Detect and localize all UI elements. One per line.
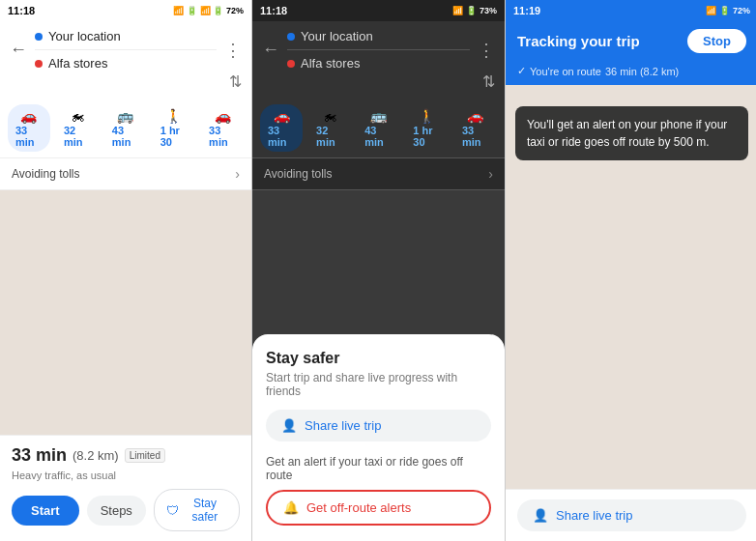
car-alt-icon-2: 🚗 [467,108,483,124]
search-inputs-2: Your location Alfa stores [287,29,470,71]
walk-icon: 🚶 [165,108,182,124]
status-icons-1: 📶 🔋 📶 🔋 72% [173,6,244,15]
bike-icon-2: 🏍 [323,108,336,124]
share-icon-3: 👤 [533,508,548,523]
origin-row-2[interactable]: Your location [287,29,470,43]
destination-row-2[interactable]: Alfa stores [287,56,470,71]
search-row-2: ← Your location Alfa stores ⋮ [262,29,495,71]
route-chip-car-2[interactable]: 🚗 33 min [260,104,303,152]
status-bar-1: 11:18 📶 🔋 📶 🔋 72% [0,0,251,21]
panel-tracking: 11:19 📶 🔋 72% Tracking your trip Stop ✓ … [506,0,756,541]
route-chip-bike[interactable]: 🏍 32 min [56,104,99,152]
back-button-1[interactable]: ← [10,40,27,60]
origin-text-2: Your location [301,29,373,43]
limited-badge-1: Limited [125,448,165,463]
bottom-bar-1: 33 min (8.2 km) Limited Heavy traffic, a… [0,435,251,541]
trip-info-1: 33 min (8.2 km) Limited [12,445,240,466]
route-chip-car-alt-2[interactable]: 🚗 33 min [454,104,497,152]
status-bar-2: 11:18 📶 🔋 73% [252,0,505,21]
swap-button-2[interactable]: ⇅ [482,72,495,91]
car-icon: 🚗 [20,108,37,124]
status-icons-3: 📶 🔋 72% [706,6,750,15]
route-chip-bus-2[interactable]: 🚌 43 min [357,104,399,152]
search-divider-2 [287,49,470,50]
share-live-trip-button-3[interactable]: 👤 Share live trip [517,499,746,531]
stay-safer-sub: Start trip and share live progress with … [266,371,491,398]
origin-dot-2 [287,33,295,41]
trip-time-1: 33 min [12,445,67,466]
status-time-2: 11:18 [260,5,287,16]
car-icon-2: 🚗 [274,108,290,124]
traffic-text-1: Heavy traffic, as usual [12,470,240,481]
alert-section-title: Get an alert if your taxi or ride goes o… [266,455,491,482]
more-button-1[interactable]: ⋮ [224,40,242,61]
panel-directions: 11:18 📶 🔋 📶 🔋 72% ← Your location Alfa s… [0,0,251,541]
status-time-1: 11:18 [8,5,35,16]
route-chip-car-alt[interactable]: 🚗 33 min [201,104,244,152]
stay-safer-button[interactable]: 🛡 Stay safer [154,489,240,531]
status-icons-2: 📶 🔋 73% [452,6,497,15]
more-button-2[interactable]: ⋮ [478,40,495,61]
alert-tooltip: You'll get an alert on your phone if you… [515,106,748,160]
swap-button-1[interactable]: ⇅ [229,72,242,91]
destination-dot [35,60,43,68]
chevron-icon-1: › [235,166,240,182]
avoiding-row-1[interactable]: Avoiding tolls › [0,158,251,190]
origin-text: Your location [48,29,121,43]
avoiding-row-2[interactable]: Avoiding tolls › [252,158,505,190]
route-chip-bike-2[interactable]: 🏍 32 min [308,104,351,152]
off-route-alerts-button[interactable]: 🔔 Get off-route alerts [266,490,491,526]
back-button-2[interactable]: ← [262,40,279,60]
search-area-1: ← Your location Alfa stores ⋮ ⇅ [0,21,251,99]
stay-safer-title: Stay safer [266,350,491,367]
check-icon: ✓ [517,65,526,77]
bike-icon: 🏍 [71,108,84,124]
route-options-2: 🚗 33 min 🏍 32 min 🚌 43 min 🚶 1 hr 30 🚗 3… [252,99,505,158]
walk-icon-2: 🚶 [419,108,435,124]
route-chip-car-fast[interactable]: 🚗 33 min [8,104,50,152]
chevron-icon-2: › [488,166,493,182]
destination-text: Alfa stores [48,56,107,71]
panel-stay-safer: 11:18 📶 🔋 73% ← Your location Alfa store… [252,0,505,541]
shield-icon-1: 🛡 [166,503,179,518]
bus-icon-2: 🚌 [370,108,387,124]
stay-safer-panel: Stay safer Start trip and share live pro… [252,334,505,541]
destination-row[interactable]: Alfa stores [35,56,217,71]
destination-text-2: Alfa stores [301,56,360,71]
tracking-sub-bar: ✓ You're on route 36 min (8.2 km) [506,61,756,85]
search-area-2: ← Your location Alfa stores ⋮ ⇅ [252,21,505,99]
tracking-header: Tracking your trip Stop [506,21,756,61]
status-time-3: 11:19 [513,5,540,16]
start-button[interactable]: Start [12,496,79,526]
share-live-trip-button[interactable]: 👤 Share live trip [266,410,491,441]
tracking-sub-text: You're on route [530,66,601,77]
tracking-dist-text: 36 min (8.2 km) [605,66,679,77]
route-chip-bus[interactable]: 🚌 43 min [104,104,147,152]
search-inputs-1: Your location Alfa stores [35,29,217,71]
stop-button[interactable]: Stop [687,29,746,53]
bell-icon: 🔔 [283,500,299,515]
destination-dot-2 [287,60,295,68]
route-options-1: 🚗 33 min 🏍 32 min 🚌 43 min 🚶 1 hr 30 🚗 3… [0,99,251,158]
share-icon-2: 👤 [281,418,297,433]
route-chip-walk-2[interactable]: 🚶 1 hr 30 [405,104,449,152]
search-row-1: ← Your location Alfa stores ⋮ [10,29,242,71]
origin-dot [35,33,43,41]
status-bar-3: 11:19 📶 🔋 72% [506,0,756,21]
avoiding-text-1: Avoiding tolls [12,167,80,181]
origin-row[interactable]: Your location [35,29,217,43]
route-chip-walk[interactable]: 🚶 1 hr 30 [153,104,195,152]
car-alt-icon: 🚗 [215,108,231,124]
bus-icon: 🚌 [117,108,133,124]
avoiding-text-2: Avoiding tolls [264,167,333,181]
tracking-title: Tracking your trip [517,33,640,49]
trip-dist-1: (8.2 km) [73,448,119,463]
search-divider [35,49,217,50]
steps-button[interactable]: Steps [87,496,146,526]
action-buttons-1: Start Steps 🛡 Stay safer [12,489,240,531]
alert-tooltip-text: You'll get an alert on your phone if you… [527,118,727,149]
bottom-bar-3: 👤 Share live trip [506,489,756,541]
